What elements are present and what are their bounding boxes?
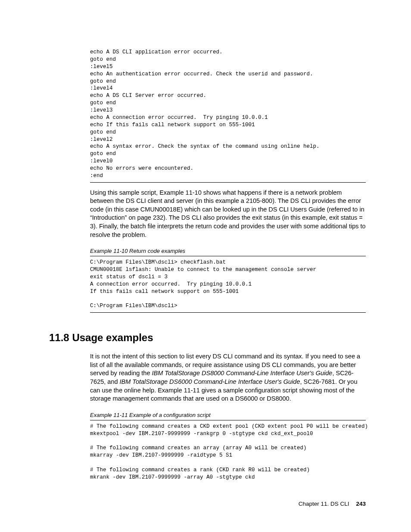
section-heading-usage: 11.8 Usage examples — [49, 332, 366, 344]
code-block-errorlevels: echo A DS CLI application error occurred… — [90, 49, 366, 183]
code-block-returncodes: C:\Program Files\IBM\dscli> checkflash.b… — [90, 256, 366, 313]
paragraph-usage: It is not the intent of this section to … — [90, 352, 366, 403]
footer-chapter: Chapter 11. DS CLI — [299, 501, 349, 507]
code-block-configscript: # The following command creates a CKD ex… — [90, 420, 366, 484]
para2-italic2: IBM TotalStorage DS6000 Command-Line Int… — [120, 378, 300, 385]
example-caption-11-11: Example 11-11 Example of a configuration… — [90, 412, 366, 418]
para2-italic1: IBM TotalStorage DS8000 Command-Line Int… — [152, 370, 332, 376]
footer-page-number: 243 — [356, 501, 366, 507]
page: echo A DS CLI application error occurred… — [0, 0, 411, 532]
example-caption-11-10: Example 11-10 Return code examples — [90, 248, 366, 254]
paragraph-intro: Using this sample script, Example 11-10 … — [90, 189, 366, 239]
page-footer: Chapter 11. DS CLI243 — [299, 501, 366, 507]
